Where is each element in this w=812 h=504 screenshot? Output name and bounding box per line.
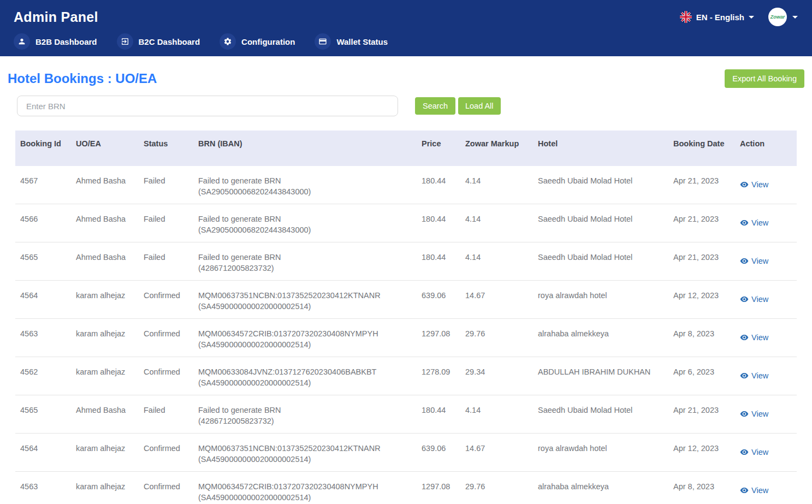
price-cell: 1278.09 [417, 357, 460, 395]
hotel-cell: Saeedh Ubaid Molad Hotel [533, 204, 668, 242]
brn-cell: Failed to generate BRN (SA29050000682024… [193, 204, 417, 242]
uoea-cell: karam alhejaz [71, 434, 139, 471]
col-header-hotel: Hotel [533, 131, 668, 166]
price-cell: 639.06 [417, 281, 460, 318]
nav-item-b2c-dashboard[interactable]: B2C Dashboard [117, 33, 200, 50]
eye-icon [740, 257, 749, 265]
col-header-uoea: UO/EA [71, 131, 139, 166]
eye-icon [740, 295, 749, 304]
action-cell: View [735, 357, 797, 395]
table-row: 4563 karam alhejaz Confirmed MQM00634572… [15, 472, 797, 504]
view-label: View [751, 408, 768, 419]
nav-label: B2C Dashboard [139, 37, 200, 46]
col-header-zowar-markup: Zowar Markup [460, 131, 533, 166]
app-header: Admin Panel EN - English [0, 0, 812, 56]
col-header-price: Price [417, 131, 460, 166]
chevron-down-icon [792, 16, 798, 19]
action-cell: View [735, 395, 797, 433]
booking-date-cell: Apr 21, 2023 [668, 395, 735, 433]
zowar-markup-cell: 14.67 [460, 281, 533, 318]
booking-id-cell: 4564 [15, 281, 71, 318]
brn-cell: Failed to generate BRN (4286712005823732… [193, 395, 417, 433]
table-row: 4563 karam alhejaz Confirmed MQM00634572… [15, 319, 797, 357]
col-header-booking-date: Booking Date [668, 131, 735, 166]
booking-date-cell: Apr 21, 2023 [668, 166, 735, 204]
brn-cell: MQM00634572CRIB:0137207320230408NYMPYH (… [193, 472, 417, 504]
status-cell: Confirmed [139, 281, 193, 318]
view-label: View [751, 294, 768, 305]
view-button[interactable]: View [740, 408, 768, 419]
main-nav: B2B Dashboard B2C Dashboard Configuratio… [14, 33, 801, 50]
eye-icon [740, 410, 749, 418]
nav-item-wallet-status[interactable]: Wallet Status [315, 33, 388, 50]
price-cell: 639.06 [417, 434, 460, 471]
view-button[interactable]: View [740, 217, 768, 228]
eye-icon [740, 448, 749, 456]
eye-icon [740, 218, 749, 227]
language-selector[interactable]: EN - English [680, 11, 754, 23]
booking-date-cell: Apr 6, 2023 [668, 357, 735, 395]
uoea-cell: Ahmed Basha [71, 204, 139, 242]
view-button[interactable]: View [740, 370, 768, 381]
hotel-cell: roya alrawdah hotel [533, 434, 668, 471]
exit-to-app-icon [117, 33, 133, 50]
credit-card-icon [315, 33, 331, 50]
hotel-cell: ABDULLAH IBRAHIM DUKHAN [533, 357, 668, 395]
booking-date-cell: Apr 21, 2023 [668, 242, 735, 280]
view-label: View [751, 256, 768, 266]
action-cell: View [735, 319, 797, 357]
table-row: 4566 Ahmed Basha Failed Failed to genera… [15, 204, 797, 242]
load-all-button[interactable]: Load All [458, 97, 501, 115]
language-label: EN - English [696, 13, 744, 22]
uoea-cell: Ahmed Basha [71, 242, 139, 280]
bookings-table: Booking Id UO/EA Status BRN (IBAN) Price… [15, 131, 797, 504]
nav-item-b2b-dashboard[interactable]: B2B Dashboard [14, 33, 97, 50]
hotel-cell: Saeedh Ubaid Molad Hotel [533, 166, 668, 204]
nav-label: Wallet Status [336, 37, 388, 46]
eye-icon [740, 180, 749, 189]
booking-date-cell: Apr 12, 2023 [668, 281, 735, 318]
view-label: View [751, 332, 768, 343]
zowar-markup-cell: 4.14 [460, 166, 533, 204]
table-body: 4567 Ahmed Basha Failed Failed to genera… [15, 166, 797, 504]
view-button[interactable]: View [740, 447, 768, 458]
view-button[interactable]: View [740, 256, 768, 266]
status-cell: Confirmed [139, 319, 193, 357]
gear-icon [220, 33, 236, 50]
search-button[interactable]: Search [415, 97, 455, 115]
nav-item-configuration[interactable]: Configuration [220, 33, 295, 50]
price-cell: 180.44 [417, 204, 460, 242]
view-button[interactable]: View [740, 485, 768, 496]
uk-flag-icon [680, 11, 692, 23]
view-label: View [751, 179, 768, 190]
col-header-booking-id: Booking Id [15, 131, 71, 166]
zowar-markup-cell: 4.14 [460, 395, 533, 433]
brn-cell: Failed to generate BRN (SA29050000682024… [193, 166, 417, 204]
account-menu[interactable]: Zowar [768, 8, 798, 26]
view-button[interactable]: View [740, 179, 768, 190]
price-cell: 180.44 [417, 242, 460, 280]
action-cell: View [735, 434, 797, 471]
action-cell: View [735, 472, 797, 504]
brn-search-input[interactable] [17, 96, 398, 116]
table-row: 4564 karam alhejaz Confirmed MQM00637351… [15, 281, 797, 319]
table-row: 4562 karam alhejaz Confirmed MQM00633084… [15, 357, 797, 395]
booking-id-cell: 4563 [15, 472, 71, 504]
booking-id-cell: 4562 [15, 357, 71, 395]
view-button[interactable]: View [740, 294, 768, 305]
status-cell: Failed [139, 166, 193, 204]
brn-cell: Failed to generate BRN (4286712005823732… [193, 242, 417, 280]
export-all-booking-button[interactable]: Export All Booking [725, 69, 804, 88]
status-cell: Failed [139, 204, 193, 242]
app-title: Admin Panel [14, 9, 98, 25]
col-header-status: Status [139, 131, 193, 166]
view-button[interactable]: View [740, 332, 768, 343]
table-row: 4565 Ahmed Basha Failed Failed to genera… [15, 242, 797, 281]
zowar-markup-cell: 29.76 [460, 319, 533, 357]
action-cell: View [735, 281, 797, 318]
booking-date-cell: Apr 8, 2023 [668, 319, 735, 357]
uoea-cell: karam alhejaz [71, 357, 139, 395]
eye-icon [740, 333, 749, 342]
booking-date-cell: Apr 12, 2023 [668, 434, 735, 471]
table-row: 4564 karam alhejaz Confirmed MQM00637351… [15, 434, 797, 472]
